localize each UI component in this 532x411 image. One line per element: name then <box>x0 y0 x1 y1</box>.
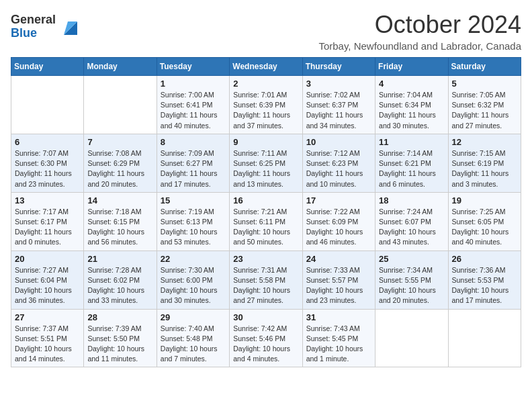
day-info: Sunrise: 7:15 AM Sunset: 6:19 PM Dayligh… <box>452 148 517 189</box>
calendar-cell: 8Sunrise: 7:09 AM Sunset: 6:27 PM Daylig… <box>157 134 229 192</box>
day-info: Sunrise: 7:14 AM Sunset: 6:21 PM Dayligh… <box>379 148 444 189</box>
day-of-week-header: Tuesday <box>157 58 229 76</box>
day-number: 21 <box>87 254 152 264</box>
day-info: Sunrise: 7:01 AM Sunset: 6:39 PM Dayligh… <box>233 90 298 131</box>
calendar-cell: 26Sunrise: 7:36 AM Sunset: 5:53 PM Dayli… <box>448 250 521 309</box>
calendar-cell: 29Sunrise: 7:40 AM Sunset: 5:48 PM Dayli… <box>157 309 229 367</box>
day-number: 5 <box>452 79 517 89</box>
calendar-cell: 17Sunrise: 7:22 AM Sunset: 6:09 PM Dayli… <box>302 192 375 250</box>
day-number: 16 <box>233 195 298 205</box>
day-number: 23 <box>233 254 298 264</box>
calendar-cell: 10Sunrise: 7:12 AM Sunset: 6:23 PM Dayli… <box>302 134 375 192</box>
calendar-cell <box>84 76 157 134</box>
day-info: Sunrise: 7:11 AM Sunset: 6:25 PM Dayligh… <box>233 148 298 189</box>
calendar-cell: 19Sunrise: 7:25 AM Sunset: 6:05 PM Dayli… <box>448 192 521 250</box>
calendar-header-row: SundayMondayTuesdayWednesdayThursdayFrid… <box>11 58 521 76</box>
day-info: Sunrise: 7:02 AM Sunset: 6:37 PM Dayligh… <box>306 90 371 131</box>
day-info: Sunrise: 7:00 AM Sunset: 6:41 PM Dayligh… <box>161 90 226 131</box>
calendar-cell: 16Sunrise: 7:21 AM Sunset: 6:11 PM Dayli… <box>230 192 302 250</box>
logo: General Blue <box>11 13 80 40</box>
title-block: October 2024 Torbay, Newfoundland and La… <box>318 11 521 52</box>
calendar-cell: 20Sunrise: 7:27 AM Sunset: 6:04 PM Dayli… <box>11 250 84 309</box>
calendar-cell: 7Sunrise: 7:08 AM Sunset: 6:29 PM Daylig… <box>84 134 157 192</box>
calendar-cell: 22Sunrise: 7:30 AM Sunset: 6:00 PM Dayli… <box>157 250 229 309</box>
calendar-cell: 6Sunrise: 7:07 AM Sunset: 6:30 PM Daylig… <box>11 134 84 192</box>
day-number: 9 <box>233 137 298 147</box>
location-subtitle: Torbay, Newfoundland and Labrador, Canad… <box>318 40 521 52</box>
day-number: 28 <box>87 312 152 322</box>
day-info: Sunrise: 7:21 AM Sunset: 6:11 PM Dayligh… <box>233 207 298 248</box>
calendar-table: SundayMondayTuesdayWednesdayThursdayFrid… <box>11 57 521 367</box>
day-info: Sunrise: 7:43 AM Sunset: 5:45 PM Dayligh… <box>306 324 371 365</box>
day-number: 31 <box>306 312 371 322</box>
day-number: 7 <box>87 137 152 147</box>
calendar-cell: 3Sunrise: 7:02 AM Sunset: 6:37 PM Daylig… <box>302 76 375 134</box>
day-number: 20 <box>15 254 80 264</box>
day-of-week-header: Sunday <box>11 58 84 76</box>
day-number: 1 <box>161 79 226 89</box>
calendar-cell: 14Sunrise: 7:18 AM Sunset: 6:15 PM Dayli… <box>84 192 157 250</box>
day-info: Sunrise: 7:30 AM Sunset: 6:00 PM Dayligh… <box>161 265 226 306</box>
day-number: 22 <box>161 254 226 264</box>
logo-blue-text: Blue <box>11 27 56 40</box>
day-of-week-header: Wednesday <box>230 58 302 76</box>
calendar-cell: 24Sunrise: 7:33 AM Sunset: 5:57 PM Dayli… <box>302 250 375 309</box>
day-info: Sunrise: 7:24 AM Sunset: 6:07 PM Dayligh… <box>379 207 444 248</box>
calendar-cell: 13Sunrise: 7:17 AM Sunset: 6:17 PM Dayli… <box>11 192 84 250</box>
day-info: Sunrise: 7:05 AM Sunset: 6:32 PM Dayligh… <box>452 90 517 131</box>
day-number: 8 <box>161 137 226 147</box>
day-of-week-header: Friday <box>375 58 448 76</box>
month-title: October 2024 <box>318 11 521 39</box>
day-number: 12 <box>452 137 517 147</box>
day-number: 14 <box>87 195 152 205</box>
day-info: Sunrise: 7:34 AM Sunset: 5:55 PM Dayligh… <box>379 265 444 306</box>
calendar-cell: 28Sunrise: 7:39 AM Sunset: 5:50 PM Dayli… <box>84 309 157 367</box>
calendar-week-row: 20Sunrise: 7:27 AM Sunset: 6:04 PM Dayli… <box>11 250 521 309</box>
calendar-week-row: 6Sunrise: 7:07 AM Sunset: 6:30 PM Daylig… <box>11 134 521 192</box>
calendar-week-row: 1Sunrise: 7:00 AM Sunset: 6:41 PM Daylig… <box>11 76 521 134</box>
calendar-cell: 1Sunrise: 7:00 AM Sunset: 6:41 PM Daylig… <box>157 76 229 134</box>
day-number: 19 <box>452 195 517 205</box>
day-info: Sunrise: 7:22 AM Sunset: 6:09 PM Dayligh… <box>306 207 371 248</box>
day-info: Sunrise: 7:27 AM Sunset: 6:04 PM Dayligh… <box>15 265 80 306</box>
day-of-week-header: Thursday <box>302 58 375 76</box>
day-info: Sunrise: 7:33 AM Sunset: 5:57 PM Dayligh… <box>306 265 371 306</box>
day-info: Sunrise: 7:40 AM Sunset: 5:48 PM Dayligh… <box>161 324 226 365</box>
calendar-cell: 4Sunrise: 7:04 AM Sunset: 6:34 PM Daylig… <box>375 76 448 134</box>
day-info: Sunrise: 7:17 AM Sunset: 6:17 PM Dayligh… <box>15 207 80 248</box>
day-info: Sunrise: 7:42 AM Sunset: 5:46 PM Dayligh… <box>233 324 298 365</box>
calendar-week-row: 13Sunrise: 7:17 AM Sunset: 6:17 PM Dayli… <box>11 192 521 250</box>
calendar-cell <box>11 76 84 134</box>
calendar-cell: 30Sunrise: 7:42 AM Sunset: 5:46 PM Dayli… <box>230 309 302 367</box>
day-number: 27 <box>15 312 80 322</box>
calendar-cell: 21Sunrise: 7:28 AM Sunset: 6:02 PM Dayli… <box>84 250 157 309</box>
logo-icon <box>58 16 80 38</box>
day-info: Sunrise: 7:31 AM Sunset: 5:58 PM Dayligh… <box>233 265 298 306</box>
calendar-cell: 27Sunrise: 7:37 AM Sunset: 5:51 PM Dayli… <box>11 309 84 367</box>
calendar-cell: 5Sunrise: 7:05 AM Sunset: 6:32 PM Daylig… <box>448 76 521 134</box>
day-number: 6 <box>15 137 80 147</box>
calendar-week-row: 27Sunrise: 7:37 AM Sunset: 5:51 PM Dayli… <box>11 309 521 367</box>
page-header: General Blue October 2024 Torbay, Newfou… <box>11 11 521 52</box>
calendar-cell: 9Sunrise: 7:11 AM Sunset: 6:25 PM Daylig… <box>230 134 302 192</box>
logo-general-text: General <box>11 13 56 27</box>
calendar-cell: 15Sunrise: 7:19 AM Sunset: 6:13 PM Dayli… <box>157 192 229 250</box>
calendar-cell: 12Sunrise: 7:15 AM Sunset: 6:19 PM Dayli… <box>448 134 521 192</box>
day-info: Sunrise: 7:04 AM Sunset: 6:34 PM Dayligh… <box>379 90 444 131</box>
day-of-week-header: Saturday <box>448 58 521 76</box>
calendar-cell: 25Sunrise: 7:34 AM Sunset: 5:55 PM Dayli… <box>375 250 448 309</box>
calendar-cell: 2Sunrise: 7:01 AM Sunset: 6:39 PM Daylig… <box>230 76 302 134</box>
day-number: 29 <box>161 312 226 322</box>
day-of-week-header: Monday <box>84 58 157 76</box>
day-info: Sunrise: 7:37 AM Sunset: 5:51 PM Dayligh… <box>15 324 80 365</box>
day-number: 10 <box>306 137 371 147</box>
day-number: 2 <box>233 79 298 89</box>
day-number: 26 <box>452 254 517 264</box>
day-number: 13 <box>15 195 80 205</box>
day-info: Sunrise: 7:09 AM Sunset: 6:27 PM Dayligh… <box>161 148 226 189</box>
day-info: Sunrise: 7:36 AM Sunset: 5:53 PM Dayligh… <box>452 265 517 306</box>
day-info: Sunrise: 7:07 AM Sunset: 6:30 PM Dayligh… <box>15 148 80 189</box>
day-info: Sunrise: 7:28 AM Sunset: 6:02 PM Dayligh… <box>87 265 152 306</box>
calendar-cell: 31Sunrise: 7:43 AM Sunset: 5:45 PM Dayli… <box>302 309 375 367</box>
day-info: Sunrise: 7:19 AM Sunset: 6:13 PM Dayligh… <box>161 207 226 248</box>
